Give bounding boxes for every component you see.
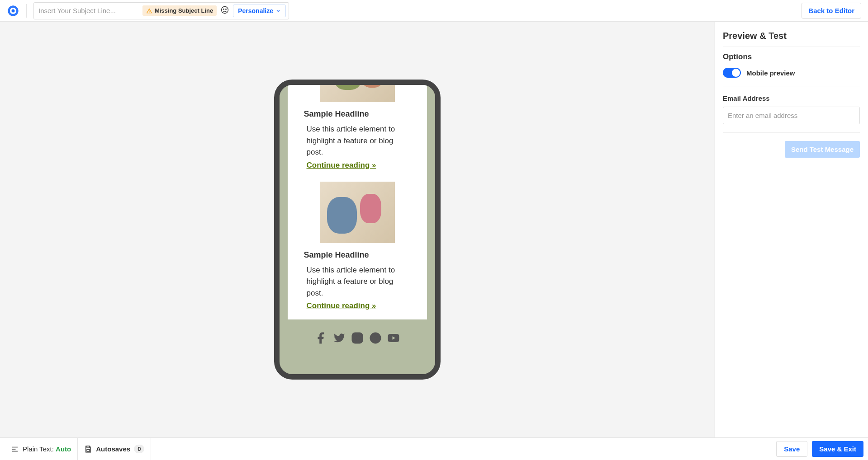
email-body: Sample Headline Use this article element… xyxy=(280,85,435,350)
phone-frame: Sample Headline Use this article element… xyxy=(274,80,441,380)
svg-point-3 xyxy=(226,9,227,9)
save-exit-button[interactable]: Save & Exit xyxy=(812,441,863,457)
plain-text-button[interactable]: Plain Text: Auto xyxy=(5,438,78,460)
save-icon xyxy=(84,445,92,453)
divider xyxy=(723,132,860,133)
test-email-input[interactable] xyxy=(723,107,860,124)
continue-reading-link[interactable]: Continue reading » xyxy=(304,161,376,170)
email-address-label: Email Address xyxy=(723,94,860,102)
article-headline: Sample Headline xyxy=(304,250,411,260)
svg-point-2 xyxy=(223,9,224,9)
svg-point-0 xyxy=(12,9,15,12)
mobile-preview-label: Mobile preview xyxy=(746,69,795,77)
svg-point-6 xyxy=(360,334,361,336)
svg-rect-8 xyxy=(87,446,90,448)
preview-area: Sample Headline Use this article element… xyxy=(0,22,714,437)
article-block: Sample Headline Use this article element… xyxy=(288,177,427,311)
continue-reading-link[interactable]: Continue reading » xyxy=(304,301,376,310)
mobile-preview-row: Mobile preview xyxy=(723,68,860,86)
missing-subject-text: Missing Subject Line xyxy=(155,7,213,14)
autosaves-count: 0 xyxy=(134,445,144,453)
subject-input[interactable] xyxy=(38,7,142,14)
instagram-icon[interactable] xyxy=(351,331,364,345)
personalize-label: Personalize xyxy=(238,7,273,14)
email-content-card: Sample Headline Use this article element… xyxy=(288,85,427,319)
svg-point-5 xyxy=(355,336,360,340)
article-body: Use this article element to highlight a … xyxy=(304,264,411,299)
personalize-button[interactable]: Personalize xyxy=(233,5,286,17)
twitter-icon[interactable] xyxy=(332,331,346,345)
article-body: Use this article element to highlight a … xyxy=(304,123,411,158)
article-image xyxy=(320,182,395,243)
subject-line-group: Missing Subject Line Personalize xyxy=(33,2,289,19)
svg-point-1 xyxy=(222,6,228,13)
svg-rect-9 xyxy=(87,449,90,451)
social-icons-row xyxy=(288,319,427,350)
emoji-button[interactable] xyxy=(220,5,229,16)
send-test-button[interactable]: Send Test Message xyxy=(785,141,860,158)
smiley-icon xyxy=(220,5,229,14)
workspace: Sample Headline Use this article element… xyxy=(0,22,868,437)
top-bar: Missing Subject Line Personalize Back to… xyxy=(0,0,868,22)
app-logo xyxy=(7,5,19,17)
plain-text-mode: Auto xyxy=(56,445,71,453)
text-lines-icon xyxy=(11,445,19,453)
youtube-icon[interactable] xyxy=(387,331,400,345)
facebook-icon[interactable] xyxy=(314,331,328,345)
panel-title: Preview & Test xyxy=(723,31,860,47)
pinterest-icon[interactable] xyxy=(369,331,382,345)
divider xyxy=(26,4,27,18)
autosaves-button[interactable]: Autosaves 0 xyxy=(78,438,151,460)
warning-icon xyxy=(146,8,152,14)
back-to-editor-button[interactable]: Back to Editor xyxy=(802,3,861,19)
plain-text-label: Plain Text: Auto xyxy=(23,445,71,453)
save-button[interactable]: Save xyxy=(776,441,807,457)
mobile-preview-toggle[interactable] xyxy=(723,68,741,78)
article-image xyxy=(320,85,395,102)
chevron-down-icon xyxy=(275,8,281,14)
bottom-bar: Plain Text: Auto Autosaves 0 Save Save &… xyxy=(0,437,868,460)
missing-subject-badge: Missing Subject Line xyxy=(142,5,217,16)
article-headline: Sample Headline xyxy=(304,109,411,119)
options-heading: Options xyxy=(723,52,860,61)
phone-scroll[interactable]: Sample Headline Use this article element… xyxy=(280,85,435,374)
side-panel: Preview & Test Options Mobile preview Em… xyxy=(714,22,868,437)
article-block: Sample Headline Use this article element… xyxy=(288,85,427,170)
autosaves-label: Autosaves xyxy=(96,445,130,453)
